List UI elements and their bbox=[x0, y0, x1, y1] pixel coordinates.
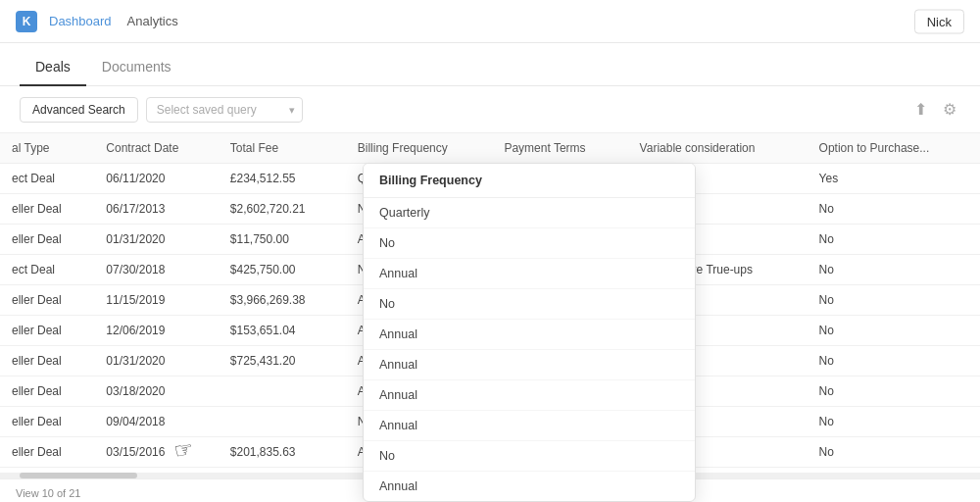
cell-type: eller Deal bbox=[0, 285, 94, 316]
cell-total-fee: $201,835.63 bbox=[219, 437, 346, 468]
pagination-text: View 10 of 21 bbox=[16, 487, 80, 499]
popup-cell-billing: No bbox=[364, 289, 696, 320]
popup-row: Annual Net 45 bbox=[364, 320, 696, 350]
popup-row: Annual Net 60, Net 30 bbox=[364, 472, 696, 502]
cell-option: No bbox=[808, 407, 980, 437]
cell-contract-date: 06/11/2020 bbox=[94, 164, 218, 194]
nav-dashboard[interactable]: Dashboard bbox=[49, 14, 112, 28]
cell-total-fee: £234,512.55 bbox=[219, 164, 346, 194]
cell-contract-date: 06/17/2013 bbox=[94, 194, 218, 225]
cell-total-fee: $425,750.00 bbox=[219, 255, 346, 285]
popup-cell-billing: Annual bbox=[364, 380, 696, 411]
cell-total-fee: $725,431.20 bbox=[219, 346, 346, 376]
cell-contract-date: 03/18/2020 bbox=[94, 376, 218, 407]
col-type: al Type bbox=[0, 133, 94, 164]
top-nav: K Dashboard Analytics Nick bbox=[0, 0, 980, 43]
toolbar-left: Advanced Search Select saved query bbox=[20, 97, 303, 123]
popup-row: Annual Ne... bbox=[364, 411, 696, 441]
cell-type: eller Deal bbox=[0, 225, 94, 255]
popup-cell-billing: Annual bbox=[364, 472, 696, 502]
popup-row: Quarterly Net 30, Net 60 bbox=[364, 198, 696, 228]
settings-icon-button[interactable]: ⚙ bbox=[939, 96, 960, 123]
popup-header: Billing Frequency Payment Terms bbox=[364, 164, 696, 198]
popup-row: Annual Net 30 bbox=[364, 350, 696, 380]
popup-row: Annual Net 45, Net 90 bbox=[364, 380, 696, 411]
col-contract-date: Contract Date bbox=[94, 133, 218, 164]
cell-total-fee: $11,750.00 bbox=[219, 225, 346, 255]
cell-type: eller Deal bbox=[0, 194, 94, 225]
nav-analytics[interactable]: Analytics bbox=[127, 14, 178, 28]
sub-tabs: Deals Documents bbox=[0, 43, 980, 86]
logo-icon: K bbox=[16, 11, 37, 32]
cell-type: ect Deal bbox=[0, 255, 94, 285]
cell-contract-date: 12/06/2019 bbox=[94, 316, 218, 346]
cell-option: No bbox=[808, 285, 980, 316]
cell-contract-date: 11/15/2019 bbox=[94, 285, 218, 316]
cell-total-fee bbox=[219, 376, 346, 407]
popup-cell-billing: Annual bbox=[364, 350, 696, 380]
table-header: al Type Contract Date Total Fee Billing … bbox=[0, 133, 980, 164]
popup-cell-billing: Annual bbox=[364, 320, 696, 350]
main-content: al Type Contract Date Total Fee Billing … bbox=[0, 133, 980, 502]
popup-overlay: Billing Frequency Payment Terms Quarterl… bbox=[363, 163, 696, 502]
popup-body: Quarterly Net 30, Net 60 No Net 45 Annua… bbox=[364, 198, 696, 502]
cell-type: eller Deal bbox=[0, 376, 94, 407]
user-menu-button[interactable]: Nick bbox=[914, 9, 964, 33]
settings-icon: ⚙ bbox=[943, 101, 956, 118]
cell-total-fee: $2,602,720.21 bbox=[219, 194, 346, 225]
popup-row: No bbox=[364, 441, 696, 472]
cell-option: Yes bbox=[808, 164, 980, 194]
upload-icon-button[interactable]: ⬆ bbox=[910, 96, 931, 123]
cell-contract-date: 01/31/2020 bbox=[94, 225, 218, 255]
popup-cell-billing: Annual bbox=[364, 259, 696, 289]
upload-icon: ⬆ bbox=[914, 101, 927, 118]
cell-option: No bbox=[808, 225, 980, 255]
cell-type: eller Deal bbox=[0, 437, 94, 468]
col-total-fee: Total Fee bbox=[219, 133, 346, 164]
toolbar-right: ⬆ ⚙ bbox=[910, 96, 960, 123]
cell-contract-date: 01/31/2020 bbox=[94, 346, 218, 376]
popup-row: No Net 45 bbox=[364, 228, 696, 259]
popup-cell-billing: Quarterly bbox=[364, 198, 696, 228]
cell-option: No bbox=[808, 255, 980, 285]
cell-total-fee: $153,651.04 bbox=[219, 316, 346, 346]
col-variable: Variable consideration bbox=[628, 133, 808, 164]
tab-documents[interactable]: Documents bbox=[86, 49, 187, 86]
cell-total-fee: $3,966,269.38 bbox=[219, 285, 346, 316]
saved-query-select[interactable]: Select saved query bbox=[146, 97, 303, 123]
cell-total-fee bbox=[219, 407, 346, 437]
cell-type: eller Deal bbox=[0, 346, 94, 376]
popup-row: Annual Net 30 bbox=[364, 259, 696, 289]
cell-type: ect Deal bbox=[0, 164, 94, 194]
cell-option: No bbox=[808, 437, 980, 468]
cell-contract-date: 09/04/2018 bbox=[94, 407, 218, 437]
cell-option: No bbox=[808, 346, 980, 376]
cell-contract-date: 07/30/2018 bbox=[94, 255, 218, 285]
col-payment: Payment Terms bbox=[492, 133, 627, 164]
popup-cell-billing: Annual bbox=[364, 411, 696, 441]
toolbar: Advanced Search Select saved query ⬆ ⚙ bbox=[0, 86, 980, 133]
cell-option: No bbox=[808, 194, 980, 225]
cell-type: eller Deal bbox=[0, 407, 94, 437]
popup-table: Billing Frequency Payment Terms Quarterl… bbox=[364, 164, 696, 501]
col-option: Option to Purchase... bbox=[808, 133, 980, 164]
col-billing: Billing Frequency bbox=[346, 133, 493, 164]
saved-query-wrapper: Select saved query bbox=[146, 97, 303, 123]
popup-cell-billing: No bbox=[364, 441, 696, 472]
cell-type: eller Deal bbox=[0, 316, 94, 346]
tab-deals[interactable]: Deals bbox=[20, 49, 86, 86]
advanced-search-button[interactable]: Advanced Search bbox=[20, 97, 138, 123]
cell-option: No bbox=[808, 376, 980, 407]
cell-option: No bbox=[808, 316, 980, 346]
popup-row: No Net 60, Net 30 bbox=[364, 289, 696, 320]
cell-contract-date: 03/15/2016 bbox=[94, 437, 218, 468]
popup-cell-billing: No bbox=[364, 228, 696, 259]
popup-col-billing: Billing Frequency bbox=[364, 164, 696, 198]
